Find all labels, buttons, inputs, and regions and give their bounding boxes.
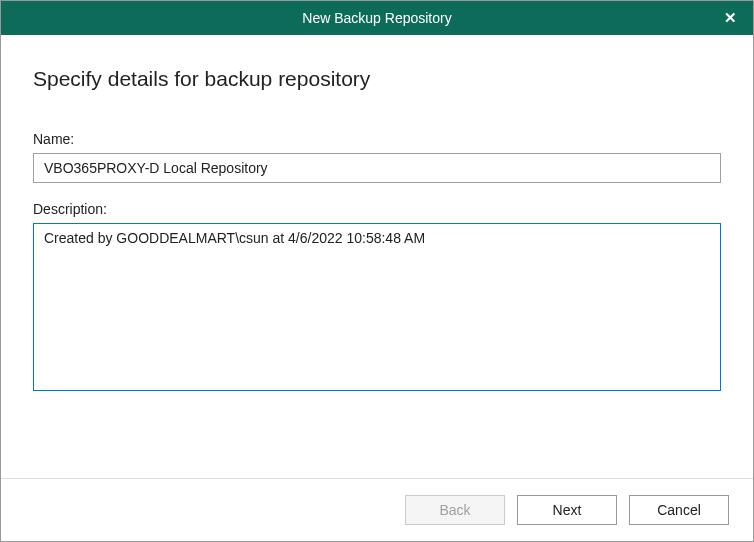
dialog-window: New Backup Repository ✕ Specify details …: [0, 0, 754, 542]
close-icon: ✕: [724, 9, 737, 27]
page-heading: Specify details for backup repository: [33, 67, 721, 91]
back-button[interactable]: Back: [405, 495, 505, 525]
content-area: Specify details for backup repository Na…: [1, 35, 753, 478]
name-input[interactable]: [33, 153, 721, 183]
cancel-button[interactable]: Cancel: [629, 495, 729, 525]
button-bar: Back Next Cancel: [1, 478, 753, 541]
description-input[interactable]: [33, 223, 721, 391]
description-label: Description:: [33, 201, 721, 217]
next-button[interactable]: Next: [517, 495, 617, 525]
window-title: New Backup Repository: [302, 10, 451, 26]
name-label: Name:: [33, 131, 721, 147]
close-button[interactable]: ✕: [707, 1, 753, 35]
titlebar: New Backup Repository ✕: [1, 1, 753, 35]
